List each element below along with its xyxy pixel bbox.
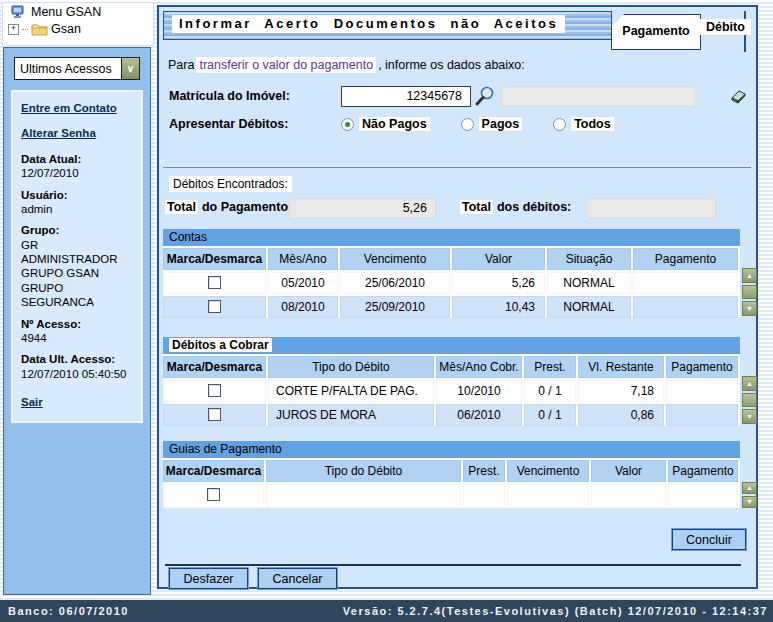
radio-nao-pagos-label[interactable]: Não Pagos — [359, 117, 430, 131]
column-header: Marca/Desmarca — [163, 356, 266, 378]
computer-icon — [11, 5, 26, 19]
user-info-panel: Entre em Contato Alterar Senha Data Atua… — [11, 90, 143, 423]
intro-prefix: Para — [168, 58, 194, 72]
column-header: Situação — [547, 248, 631, 270]
link-alterar-senha[interactable]: Alterar Senha — [21, 126, 135, 140]
scrollbar-up-button[interactable]: ▲ — [742, 482, 757, 494]
row-checkbox[interactable] — [208, 276, 221, 289]
total-pagamento-field: 5,26 — [289, 198, 436, 219]
tree-expander-icon[interactable]: + — [8, 24, 19, 35]
radio-pagos[interactable] — [461, 118, 474, 131]
cell-pagamento — [633, 272, 738, 294]
radio-todos[interactable] — [553, 118, 566, 131]
column-header: Pagamento — [633, 248, 738, 270]
page-title-band: Informar Acerto Documentos não Aceitos — [163, 11, 612, 40]
cell-mes-ano: 05/2010 — [268, 272, 338, 294]
cell-tipo-debito — [266, 484, 461, 508]
radio-pagos-label[interactable]: Pagos — [479, 117, 523, 131]
usuario-label: Usuário: — [21, 188, 135, 202]
matricula-label: Matrícula do Imóvel: — [169, 89, 341, 103]
cell-vencimento — [507, 484, 589, 508]
radio-nao-pagos[interactable] — [341, 118, 354, 131]
scrollbar-down-button[interactable]: ▼ — [742, 301, 757, 316]
desfazer-button[interactable]: Desfazer — [169, 568, 248, 589]
search-icon[interactable] — [474, 85, 495, 107]
column-header: Vl. Restante — [578, 356, 664, 378]
scrollbar-down-button[interactable]: ▼ — [742, 409, 757, 424]
folder-icon — [31, 23, 48, 36]
concluir-button[interactable]: Concluir — [672, 529, 746, 550]
column-header: Vencimento — [507, 460, 589, 482]
column-header: Mês/Ano — [268, 248, 338, 270]
cell-valor: 10,43 — [452, 296, 545, 318]
tab-debito[interactable]: Débito — [700, 19, 751, 35]
tab-pagamento[interactable]: Pagamento — [611, 14, 701, 50]
cell-mes-ano-cobr: 06/2010 — [436, 404, 522, 426]
table-row — [163, 484, 740, 508]
tree-item-label: Gsan — [51, 22, 81, 36]
matricula-row: Matrícula do Imóvel: — [169, 85, 751, 107]
cell-valor — [591, 484, 666, 508]
menu-gsan-label: Menu GSAN — [31, 5, 101, 19]
cell-vl-restante: 7,18 — [578, 380, 664, 402]
cell-mes-ano-cobr: 10/2010 — [436, 380, 522, 402]
matricula-input[interactable] — [341, 86, 471, 107]
column-header: Prest. — [524, 356, 576, 378]
cell-vencimento: 25/09/2010 — [340, 296, 450, 318]
column-header: Mês/Ano Cobr. — [436, 356, 522, 378]
apresentar-radio-group: Não Pagos Pagos Todos — [341, 117, 638, 131]
bottom-divider — [165, 564, 741, 566]
scrollbar-down-button[interactable]: ▼ — [742, 496, 757, 508]
grupo-label: Grupo: — [21, 223, 135, 237]
contas-header-row: Marca/Desmarca Mês/Ano Vencimento Valor … — [163, 248, 740, 270]
cell-tipo-debito: CORTE P/FALTA DE PAG. — [268, 380, 434, 402]
cell-situacao: NORMAL — [547, 272, 631, 294]
cell-prest: 0 / 1 — [524, 404, 576, 426]
scrollbar-thumb[interactable] — [742, 285, 757, 299]
debitos-table-title: Débitos a Cobrar — [169, 338, 272, 352]
guias-table: Guias de Pagamento Marca/Desmarca Tipo d… — [163, 441, 740, 508]
cell-pagamento — [668, 484, 738, 508]
link-entre-em-contato[interactable]: Entre em Contato — [21, 101, 135, 115]
scrollbar-up-button[interactable]: ▲ — [742, 268, 757, 283]
table-row: CORTE P/FALTA DE PAG. 10/2010 0 / 1 7,18 — [163, 380, 740, 402]
row-checkbox[interactable] — [208, 300, 221, 313]
main-panel: Informar Acerto Documentos não Aceitos P… — [157, 5, 758, 589]
cell-vl-restante: 0,86 — [578, 404, 664, 426]
intro-text: Paratransferir o valor do pagamento, inf… — [168, 58, 525, 72]
page-title: Informar Acerto Documentos não Aceitos — [172, 15, 565, 33]
menu-gsan-item[interactable]: Menu GSAN — [3, 3, 153, 19]
cell-valor: 5,26 — [452, 272, 545, 294]
row-checkbox[interactable] — [208, 384, 221, 397]
cancelar-button[interactable]: Cancelar — [258, 568, 337, 589]
chevron-down-icon[interactable]: ∨ — [121, 58, 139, 79]
cell-pagamento — [666, 404, 738, 426]
total-debitos-field — [586, 198, 716, 219]
data-ult-acesso-value: 12/07/2010 05:40:50 — [21, 367, 135, 381]
sidebar: Ultimos Acessos ∨ Entre em Contato Alter… — [3, 47, 151, 595]
ultimos-acessos-select[interactable]: Ultimos Acessos ∨ — [14, 57, 140, 80]
row-checkbox[interactable] — [208, 408, 221, 421]
column-header: Marca/Desmarca — [163, 248, 266, 270]
debitos-encontrados-label: Débitos Encontrados: — [169, 176, 292, 192]
scrollbar-up-button[interactable]: ▲ — [742, 376, 757, 391]
radio-todos-label[interactable]: Todos — [571, 117, 614, 131]
cell-mes-ano: 08/2010 — [268, 296, 338, 318]
guias-header-row: Marca/Desmarca Tipo do Débito Prest. Ven… — [163, 460, 740, 482]
ultimos-acessos-value: Ultimos Acessos — [20, 62, 112, 76]
guias-table-title: Guias de Pagamento — [163, 441, 740, 458]
cell-pagamento — [666, 380, 738, 402]
tree-item-gsan[interactable]: + Gsan — [3, 19, 153, 36]
eraser-icon[interactable] — [728, 88, 747, 105]
data-atual-label: Data Atual: — [21, 152, 135, 166]
column-header: Valor — [452, 248, 545, 270]
link-sair[interactable]: Sair — [21, 395, 135, 409]
scrollbar-thumb[interactable] — [742, 393, 757, 407]
table-row: 05/2010 25/06/2010 5,26 NORMAL — [163, 272, 740, 294]
cell-situacao: NORMAL — [547, 296, 631, 318]
intro-highlight: transferir o valor do pagamento — [196, 57, 376, 73]
row-checkbox[interactable] — [207, 488, 220, 501]
debitos-encontrados: Débitos Encontrados: — [169, 177, 292, 191]
contas-scrollbar: ▲ ▼ — [742, 268, 757, 316]
cell-vencimento: 25/06/2010 — [340, 272, 450, 294]
